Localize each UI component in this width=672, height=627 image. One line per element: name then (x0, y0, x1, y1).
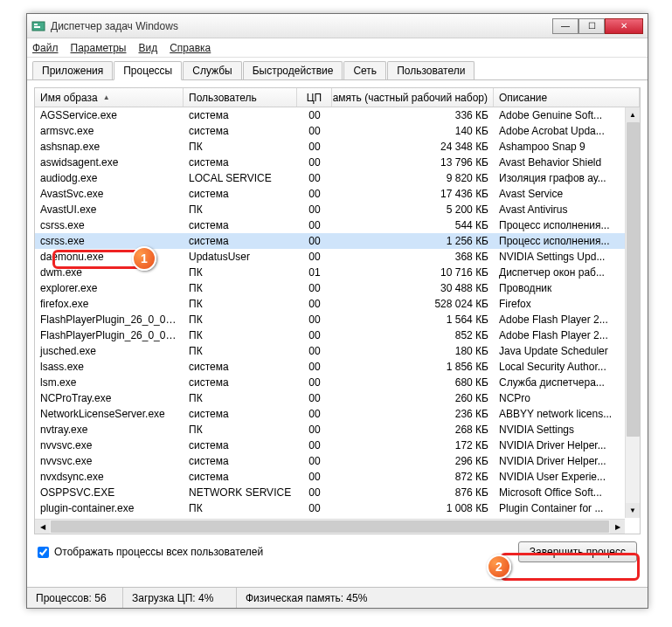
table-row[interactable]: firefox.exeПК00528 024 КБFirefox (35, 296, 640, 312)
table-row[interactable]: nvxdsync.exeсистема00872 КБNVIDIA User E… (35, 469, 640, 485)
tab-5[interactable]: Пользователи (387, 61, 475, 79)
menu-help[interactable]: Справка (170, 42, 211, 54)
tab-0[interactable]: Приложения (32, 61, 113, 79)
cell-cpu: 00 (297, 471, 332, 483)
cell-img: audiodg.exe (35, 172, 184, 184)
cell-user: система (184, 455, 297, 467)
tab-2[interactable]: Службы (183, 61, 241, 79)
scroll-left-icon[interactable]: ◀ (35, 520, 50, 534)
horizontal-scrollbar[interactable]: ◀ ▶ (35, 519, 625, 534)
cell-mem: 10 716 КБ (332, 266, 494, 279)
cell-user: система (184, 188, 297, 200)
col-description[interactable]: Описание (494, 88, 640, 107)
scroll-down-icon[interactable]: ▼ (626, 503, 640, 518)
cell-cpu: 00 (297, 439, 332, 451)
maximize-button[interactable]: ☐ (578, 18, 605, 34)
table-row[interactable]: nvtray.exeПК00268 КБNVIDIA Settings (35, 422, 640, 438)
cell-mem: 180 КБ (332, 345, 494, 357)
cell-mem: 296 КБ (332, 455, 494, 467)
svg-rect-2 (34, 26, 40, 28)
minimize-button[interactable]: — (552, 18, 578, 34)
svg-rect-1 (34, 24, 38, 25)
table-row[interactable]: nvvsvc.exeсистема00296 КБNVIDIA Driver H… (35, 453, 640, 469)
status-processes: Процессов: 56 (27, 588, 123, 608)
end-process-button[interactable]: Завершить процесс (518, 541, 637, 562)
table-row[interactable]: ashsnap.exeПК0024 348 КБAshampoo Snap 9 (35, 139, 640, 155)
table-row[interactable]: aswidsagent.exeсистема0013 796 КБAvast B… (35, 155, 640, 170)
table-row[interactable]: plugin-container.exeПК001 008 КБPlugin C… (35, 500, 640, 516)
table-row[interactable]: NCProTray.exeПК00260 КБNCPro (35, 390, 640, 406)
tab-1[interactable]: Процессы (114, 61, 182, 80)
table-row[interactable]: lsass.exeсистема001 856 КБLocal Security… (35, 359, 640, 375)
table-row[interactable]: csrss.exeсистема00544 КБПроцесс исполнен… (35, 217, 640, 233)
scroll-up-icon[interactable]: ▲ (626, 107, 640, 122)
table-row[interactable]: daemonu.exeUpdatusUser00368 КБNVIDIA Set… (35, 249, 640, 265)
cell-cpu: 00 (297, 424, 332, 436)
sort-asc-icon: ▲ (103, 93, 110, 101)
cell-user: система (184, 376, 297, 389)
status-memory: Физическая память: 45% (237, 588, 648, 608)
cell-img: daemonu.exe (35, 251, 184, 263)
table-row[interactable]: audiodg.exeLOCAL SERVICE009 820 КБИзоляц… (35, 170, 640, 186)
table-row[interactable]: OSPPSVC.EXENETWORK SERVICE00876 КБMicros… (35, 485, 640, 500)
cell-img: csrss.exe (35, 219, 184, 231)
table-row[interactable]: nvvsvc.exeсистема00172 КБNVIDIA Driver H… (35, 438, 640, 453)
table-row[interactable]: armsvc.exeсистема00140 КБAdobe Acrobat U… (35, 123, 640, 139)
table-row[interactable]: csrss.exeсистема001 256 КБПроцесс исполн… (35, 233, 640, 249)
cell-desc: NVIDIA User Experie... (494, 471, 640, 483)
cell-user: система (184, 125, 297, 137)
col-image[interactable]: Имя образа▲ (35, 88, 184, 107)
scroll-right-icon[interactable]: ▶ (610, 520, 625, 534)
bottom-controls: Отображать процессы всех пользователей З… (34, 534, 641, 562)
close-button[interactable]: ✕ (605, 18, 643, 34)
cell-desc: NVIDIA Driver Helper... (494, 455, 640, 467)
process-rows: AGSService.exeсистема00336 КБAdobe Genui… (35, 107, 640, 534)
cell-img: AvastUI.exe (35, 203, 184, 216)
cell-user: ПК (184, 424, 297, 436)
table-row[interactable]: explorer.exeПК0030 488 КБПроводник (35, 280, 640, 296)
cell-cpu: 00 (297, 141, 332, 153)
table-row[interactable]: jusched.exeПК00180 КБJava Update Schedul… (35, 343, 640, 359)
col-memory[interactable]: Память (частный рабочий набор) (332, 88, 494, 107)
status-cpu: Загрузка ЦП: 4% (123, 588, 237, 608)
cell-desc: Avast Behavior Shield (494, 156, 640, 169)
cell-user: система (184, 439, 297, 451)
scroll-thumb-h[interactable] (51, 520, 609, 533)
cell-cpu: 00 (297, 235, 332, 247)
cell-user: ПК (184, 392, 297, 404)
cell-user: ПК (184, 203, 297, 216)
table-row[interactable]: AvastSvc.exeсистема0017 436 КБAvast Serv… (35, 186, 640, 202)
cell-img: lsm.exe (35, 376, 184, 389)
col-cpu[interactable]: ЦП (297, 88, 332, 107)
content-area: Имя образа▲ Пользователь ЦП Память (част… (27, 80, 648, 569)
table-row[interactable]: lsm.exeсистема00680 КБСлужба диспетчера.… (35, 375, 640, 390)
cell-desc: NCPro (494, 392, 640, 404)
show-all-users-checkbox[interactable]: Отображать процессы всех пользователей (38, 546, 263, 558)
menu-view[interactable]: Вид (138, 42, 157, 54)
tab-4[interactable]: Сеть (343, 61, 386, 79)
cell-cpu: 00 (297, 172, 332, 184)
table-row[interactable]: FlashPlayerPlugin_26_0_0_1...ПК00852 КБA… (35, 327, 640, 343)
cell-desc: Adobe Genuine Soft... (494, 109, 640, 121)
table-row[interactable]: NetworkLicenseServer.exeсистема00236 КБA… (35, 406, 640, 422)
show-all-users-input[interactable] (38, 547, 49, 558)
cell-img: plugin-container.exe (35, 502, 184, 514)
cell-user: система (184, 361, 297, 373)
menu-file[interactable]: Файл (32, 42, 59, 54)
scroll-thumb-v[interactable] (627, 122, 640, 437)
table-row[interactable]: AGSService.exeсистема00336 КБAdobe Genui… (35, 107, 640, 123)
table-row[interactable]: AvastUI.exeПК005 200 КБAvast Antivirus (35, 202, 640, 217)
callout-2: 2 (487, 555, 511, 579)
cell-desc: Java Update Scheduler (494, 345, 640, 357)
cell-cpu: 00 (297, 109, 332, 121)
col-user[interactable]: Пользователь (184, 88, 297, 107)
titlebar[interactable]: Диспетчер задач Windows — ☐ ✕ (27, 14, 648, 38)
table-row[interactable]: dwm.exeПК0110 716 КБДиспетчер окон раб..… (35, 265, 640, 280)
cell-cpu: 01 (297, 266, 332, 279)
table-row[interactable]: FlashPlayerPlugin_26_0_0_1...ПК001 564 К… (35, 312, 640, 327)
vertical-scrollbar[interactable]: ▲ ▼ (625, 107, 640, 518)
menu-options[interactable]: Параметры (71, 42, 127, 54)
tab-3[interactable]: Быстродействие (243, 61, 343, 79)
menubar: Файл Параметры Вид Справка (27, 38, 648, 58)
cell-cpu: 00 (297, 203, 332, 216)
